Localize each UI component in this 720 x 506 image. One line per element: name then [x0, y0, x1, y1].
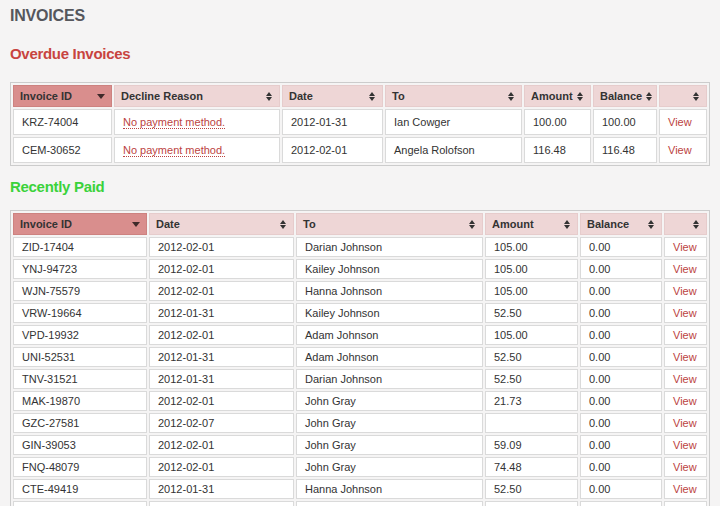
column-header-date[interactable]: Date [149, 213, 294, 235]
cell-amount: 105.00 [485, 237, 578, 257]
table-row: VPD-199322012-02-01Adam Johnson105.000.0… [13, 325, 707, 345]
cell-actions: View [664, 281, 707, 301]
table-row: YNJ-947232012-02-01Kailey Johnson105.000… [13, 259, 707, 279]
view-invoice-link[interactable]: View [673, 439, 697, 451]
table-row: GIN-390532012-02-01John Gray59.090.00Vie… [13, 435, 707, 455]
view-invoice-link[interactable]: View [673, 395, 697, 407]
view-invoice-link[interactable]: View [673, 483, 697, 495]
column-header-to[interactable]: To [296, 213, 483, 235]
column-header-balance[interactable]: Balance [580, 213, 662, 235]
invoices-page: INVOICES Overdue Invoices Invoice IDDecl… [0, 0, 720, 506]
cell-balance: 0.00 [580, 457, 662, 477]
cell-balance: 0.00 [580, 237, 662, 257]
column-header-to[interactable]: To [385, 85, 522, 107]
cell-balance: 0.00 [580, 281, 662, 301]
sort-desc-icon [97, 94, 105, 99]
cell-to: Kailey Johnson [296, 303, 483, 323]
cell-date: 2012-01-31 [149, 303, 294, 323]
column-header-actions[interactable] [664, 213, 707, 235]
table-row: FNQ-480792012-02-01John Gray74.480.00Vie… [13, 457, 707, 477]
cell-to: John Gray [296, 435, 483, 455]
table-row: CTE-494192012-01-31Hanna Johnson52.500.0… [13, 479, 707, 499]
view-invoice-link[interactable]: View [673, 351, 697, 363]
decline-reason-link[interactable]: No payment method. [123, 144, 225, 157]
cell-date: 2012-01-31 [149, 347, 294, 367]
column-header-invoice-id[interactable]: Invoice ID [13, 213, 147, 235]
cell-date: 2012-01-31 [149, 479, 294, 499]
cell-actions: View [664, 237, 707, 257]
cell-amount: 52.50 [485, 303, 578, 323]
recently-paid-heading: Recently Paid [10, 179, 710, 195]
cell-balance: 116.48 [593, 137, 657, 163]
cell-invoice-id: WJN-75579 [13, 281, 147, 301]
cell-decline-reason: No payment method. [114, 137, 280, 163]
cell-amount: 105.00 [485, 325, 578, 345]
cell-invoice-id: GZC-27581 [13, 413, 147, 433]
cell-invoice-id: FNQ-48079 [13, 457, 147, 477]
cell-to: Hanna Johnson [296, 479, 483, 499]
cell-to: John Gray [296, 501, 483, 506]
column-header-amount[interactable]: Amount [524, 85, 591, 107]
cell-actions: View [664, 457, 707, 477]
column-header-actions[interactable] [659, 85, 707, 107]
cell-balance: 0.00 [580, 413, 662, 433]
cell-balance: 0.00 [580, 501, 662, 506]
cell-invoice-id: MAK-19870 [13, 391, 147, 411]
cell-to: Angela Rolofson [385, 137, 522, 163]
column-header-label: Date [156, 218, 180, 230]
sort-desc-icon [132, 222, 140, 227]
cell-invoice-id: UNI-52531 [13, 347, 147, 367]
sort-both-icon [369, 92, 376, 101]
sort-both-icon [564, 220, 571, 229]
cell-date: 2012-02-01 [149, 457, 294, 477]
view-invoice-link[interactable]: View [673, 417, 697, 429]
column-header-balance[interactable]: Balance [593, 85, 657, 107]
cell-amount: 52.50 [485, 347, 578, 367]
sort-both-icon [693, 92, 700, 101]
sort-both-icon [693, 220, 700, 229]
cell-balance: 0.00 [580, 303, 662, 323]
column-header-label: Amount [531, 90, 573, 102]
cell-amount: 105.00 [485, 259, 578, 279]
cell-date: 2012-02-01 [149, 237, 294, 257]
view-invoice-link[interactable]: View [668, 144, 692, 156]
cell-date: 2012-02-01 [149, 325, 294, 345]
cell-actions: View [664, 479, 707, 499]
decline-reason-link[interactable]: No payment method. [123, 116, 225, 129]
view-invoice-link[interactable]: View [673, 263, 697, 275]
cell-amount: 52.50 [485, 479, 578, 499]
column-header-decline-reason[interactable]: Decline Reason [114, 85, 280, 107]
cell-actions: View [659, 109, 707, 135]
view-invoice-link[interactable]: View [673, 329, 697, 341]
table-row: VRW-196642012-01-31Kailey Johnson52.500.… [13, 303, 707, 323]
column-header-label: Balance [600, 90, 642, 102]
view-invoice-link[interactable]: View [673, 307, 697, 319]
column-header-date[interactable]: Date [282, 85, 383, 107]
column-header-amount[interactable]: Amount [485, 213, 578, 235]
view-invoice-link[interactable]: View [668, 116, 692, 128]
cell-to: John Gray [296, 413, 483, 433]
cell-date: 2012-02-01 [282, 137, 383, 163]
cell-invoice-id: CEM-30652 [13, 137, 112, 163]
cell-actions: View [664, 501, 707, 506]
column-header-label: Decline Reason [121, 90, 203, 102]
sort-both-icon [577, 92, 584, 101]
cell-amount: 6.96 [485, 501, 578, 506]
cell-actions: View [664, 347, 707, 367]
column-header-label: To [392, 90, 405, 102]
cell-date: 2012-02-01 [149, 501, 294, 506]
cell-invoice-id: GIN-39053 [13, 435, 147, 455]
cell-amount: 74.48 [485, 457, 578, 477]
view-invoice-link[interactable]: View [673, 461, 697, 473]
table-row: GZC-275812012-02-07John Gray0.00View [13, 413, 707, 433]
cell-to: Kailey Johnson [296, 259, 483, 279]
cell-balance: 100.00 [593, 109, 657, 135]
column-header-invoice-id[interactable]: Invoice ID [13, 85, 112, 107]
view-invoice-link[interactable]: View [673, 285, 697, 297]
view-invoice-link[interactable]: View [673, 373, 697, 385]
table-row: BJV-850822012-02-01John Gray6.960.00View [13, 501, 707, 506]
cell-invoice-id: TNV-31521 [13, 369, 147, 389]
cell-invoice-id: KRZ-74004 [13, 109, 112, 135]
cell-date: 2012-02-07 [149, 413, 294, 433]
view-invoice-link[interactable]: View [673, 241, 697, 253]
